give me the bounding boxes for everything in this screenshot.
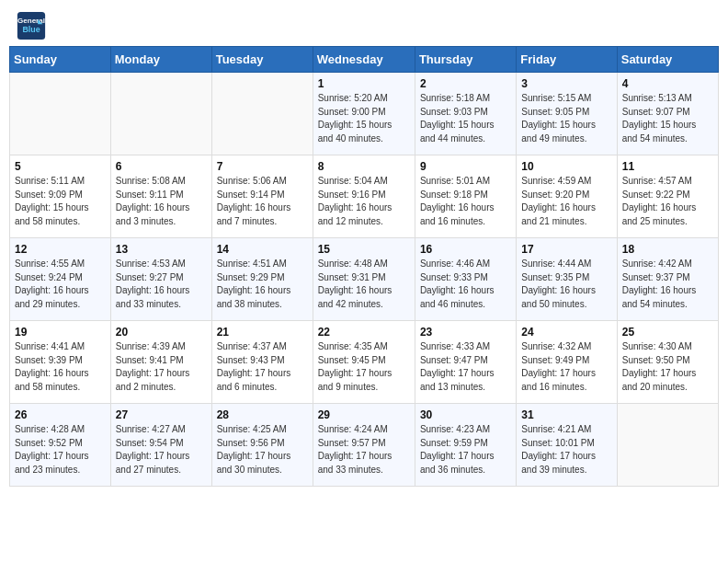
- day-info: Sunrise: 4:27 AM Sunset: 9:54 PM Dayligh…: [116, 423, 207, 477]
- weekday-wednesday: Wednesday: [313, 47, 415, 73]
- logo-icon: General Blue: [17, 11, 46, 40]
- day-info: Sunrise: 5:13 AM Sunset: 9:07 PM Dayligh…: [622, 92, 713, 145]
- calendar-cell: 19Sunrise: 4:41 AM Sunset: 9:39 PM Dayli…: [10, 321, 111, 404]
- day-info: Sunrise: 4:41 AM Sunset: 9:39 PM Dayligh…: [15, 340, 106, 394]
- day-number: 21: [217, 326, 308, 339]
- weekday-header-row: SundayMondayTuesdayWednesdayThursdayFrid…: [10, 47, 719, 73]
- day-info: Sunrise: 4:24 AM Sunset: 9:57 PM Dayligh…: [318, 423, 410, 477]
- calendar-cell: 7Sunrise: 5:06 AM Sunset: 9:14 PM Daylig…: [211, 155, 313, 238]
- day-number: 17: [521, 243, 611, 256]
- day-info: Sunrise: 5:01 AM Sunset: 9:18 PM Dayligh…: [420, 175, 511, 228]
- calendar-cell: 30Sunrise: 4:23 AM Sunset: 9:59 PM Dayli…: [415, 404, 516, 487]
- day-info: Sunrise: 4:21 AM Sunset: 10:01 PM Daylig…: [521, 423, 611, 477]
- day-number: 29: [318, 408, 410, 421]
- day-info: Sunrise: 5:20 AM Sunset: 9:00 PM Dayligh…: [318, 92, 410, 145]
- day-number: 2: [420, 77, 511, 90]
- calendar-cell: 21Sunrise: 4:37 AM Sunset: 9:43 PM Dayli…: [211, 321, 313, 404]
- calendar-cell: 23Sunrise: 4:33 AM Sunset: 9:47 PM Dayli…: [415, 321, 516, 404]
- week-row-2: 5Sunrise: 5:11 AM Sunset: 9:09 PM Daylig…: [10, 155, 719, 238]
- day-number: 27: [116, 408, 207, 421]
- day-number: 6: [116, 160, 207, 173]
- calendar-cell: 26Sunrise: 4:28 AM Sunset: 9:52 PM Dayli…: [10, 404, 111, 487]
- weekday-sunday: Sunday: [10, 47, 111, 73]
- calendar-cell: 18Sunrise: 4:42 AM Sunset: 9:37 PM Dayli…: [617, 238, 718, 321]
- day-number: 12: [15, 243, 106, 256]
- calendar-cell: 31Sunrise: 4:21 AM Sunset: 10:01 PM Dayl…: [517, 404, 617, 487]
- day-info: Sunrise: 4:44 AM Sunset: 9:35 PM Dayligh…: [521, 258, 611, 311]
- calendar-cell: 11Sunrise: 4:57 AM Sunset: 9:22 PM Dayli…: [617, 155, 718, 238]
- day-info: Sunrise: 4:51 AM Sunset: 9:29 PM Dayligh…: [217, 258, 308, 311]
- day-info: Sunrise: 5:04 AM Sunset: 9:16 PM Dayligh…: [318, 175, 410, 228]
- day-info: Sunrise: 4:39 AM Sunset: 9:41 PM Dayligh…: [116, 340, 207, 394]
- weekday-monday: Monday: [110, 47, 211, 73]
- day-number: 23: [420, 326, 511, 339]
- day-number: 7: [217, 160, 308, 173]
- day-info: Sunrise: 4:46 AM Sunset: 9:33 PM Dayligh…: [420, 258, 511, 311]
- calendar-body: 1Sunrise: 5:20 AM Sunset: 9:00 PM Daylig…: [10, 73, 719, 487]
- calendar-cell: 9Sunrise: 5:01 AM Sunset: 9:18 PM Daylig…: [415, 155, 516, 238]
- calendar-cell: 6Sunrise: 5:08 AM Sunset: 9:11 PM Daylig…: [110, 155, 211, 238]
- day-info: Sunrise: 5:15 AM Sunset: 9:05 PM Dayligh…: [521, 92, 611, 145]
- calendar-cell: 25Sunrise: 4:30 AM Sunset: 9:50 PM Dayli…: [617, 321, 718, 404]
- day-number: 16: [420, 243, 511, 256]
- day-info: Sunrise: 4:59 AM Sunset: 9:20 PM Dayligh…: [521, 175, 611, 228]
- day-number: 10: [521, 160, 611, 173]
- day-number: 15: [318, 243, 410, 256]
- calendar-cell: 10Sunrise: 4:59 AM Sunset: 9:20 PM Dayli…: [517, 155, 617, 238]
- page-header: General Blue: [0, 0, 728, 46]
- day-number: 5: [15, 160, 106, 173]
- day-info: Sunrise: 4:37 AM Sunset: 9:43 PM Dayligh…: [217, 340, 308, 394]
- calendar-cell: [211, 73, 313, 155]
- logo: General Blue: [17, 11, 51, 40]
- calendar-cell: 13Sunrise: 4:53 AM Sunset: 9:27 PM Dayli…: [110, 238, 211, 321]
- week-row-1: 1Sunrise: 5:20 AM Sunset: 9:00 PM Daylig…: [10, 73, 719, 155]
- week-row-5: 26Sunrise: 4:28 AM Sunset: 9:52 PM Dayli…: [10, 404, 719, 487]
- day-number: 8: [318, 160, 410, 173]
- weekday-tuesday: Tuesday: [211, 47, 313, 73]
- day-number: 30: [420, 408, 511, 421]
- calendar-cell: 27Sunrise: 4:27 AM Sunset: 9:54 PM Dayli…: [110, 404, 211, 487]
- day-number: 11: [622, 160, 713, 173]
- calendar-cell: 15Sunrise: 4:48 AM Sunset: 9:31 PM Dayli…: [313, 238, 415, 321]
- day-info: Sunrise: 4:55 AM Sunset: 9:24 PM Dayligh…: [15, 258, 106, 311]
- calendar-cell: 29Sunrise: 4:24 AM Sunset: 9:57 PM Dayli…: [313, 404, 415, 487]
- day-info: Sunrise: 4:33 AM Sunset: 9:47 PM Dayligh…: [420, 340, 511, 394]
- day-number: 14: [217, 243, 308, 256]
- calendar-cell: 24Sunrise: 4:32 AM Sunset: 9:49 PM Dayli…: [517, 321, 617, 404]
- day-info: Sunrise: 4:25 AM Sunset: 9:56 PM Dayligh…: [217, 423, 308, 477]
- day-number: 19: [15, 326, 106, 339]
- day-number: 3: [521, 77, 611, 90]
- calendar-cell: 4Sunrise: 5:13 AM Sunset: 9:07 PM Daylig…: [617, 73, 718, 155]
- calendar-cell: [110, 73, 211, 155]
- calendar-cell: 20Sunrise: 4:39 AM Sunset: 9:41 PM Dayli…: [110, 321, 211, 404]
- weekday-friday: Friday: [517, 47, 617, 73]
- calendar-cell: 2Sunrise: 5:18 AM Sunset: 9:03 PM Daylig…: [415, 73, 516, 155]
- calendar-cell: 3Sunrise: 5:15 AM Sunset: 9:05 PM Daylig…: [517, 73, 617, 155]
- day-info: Sunrise: 4:35 AM Sunset: 9:45 PM Dayligh…: [318, 340, 410, 394]
- day-number: 20: [116, 326, 207, 339]
- day-number: 4: [622, 77, 713, 90]
- day-number: 9: [420, 160, 511, 173]
- calendar-cell: 22Sunrise: 4:35 AM Sunset: 9:45 PM Dayli…: [313, 321, 415, 404]
- calendar-cell: 17Sunrise: 4:44 AM Sunset: 9:35 PM Dayli…: [517, 238, 617, 321]
- calendar-cell: 12Sunrise: 4:55 AM Sunset: 9:24 PM Dayli…: [10, 238, 111, 321]
- day-number: 28: [217, 408, 308, 421]
- day-number: 31: [521, 408, 611, 421]
- weekday-thursday: Thursday: [415, 47, 516, 73]
- calendar-cell: 16Sunrise: 4:46 AM Sunset: 9:33 PM Dayli…: [415, 238, 516, 321]
- day-number: 22: [318, 326, 410, 339]
- day-info: Sunrise: 4:30 AM Sunset: 9:50 PM Dayligh…: [622, 340, 713, 394]
- calendar-cell: 5Sunrise: 5:11 AM Sunset: 9:09 PM Daylig…: [10, 155, 111, 238]
- day-number: 18: [622, 243, 713, 256]
- calendar-table: SundayMondayTuesdayWednesdayThursdayFrid…: [9, 46, 719, 487]
- calendar-cell: [10, 73, 111, 155]
- calendar-cell: 8Sunrise: 5:04 AM Sunset: 9:16 PM Daylig…: [313, 155, 415, 238]
- day-number: 1: [318, 77, 410, 90]
- day-info: Sunrise: 5:11 AM Sunset: 9:09 PM Dayligh…: [15, 175, 106, 228]
- day-number: 25: [622, 326, 713, 339]
- week-row-4: 19Sunrise: 4:41 AM Sunset: 9:39 PM Dayli…: [10, 321, 719, 404]
- day-info: Sunrise: 5:08 AM Sunset: 9:11 PM Dayligh…: [116, 175, 207, 228]
- day-info: Sunrise: 5:18 AM Sunset: 9:03 PM Dayligh…: [420, 92, 511, 145]
- day-info: Sunrise: 4:57 AM Sunset: 9:22 PM Dayligh…: [622, 175, 713, 228]
- calendar-cell: [617, 404, 718, 487]
